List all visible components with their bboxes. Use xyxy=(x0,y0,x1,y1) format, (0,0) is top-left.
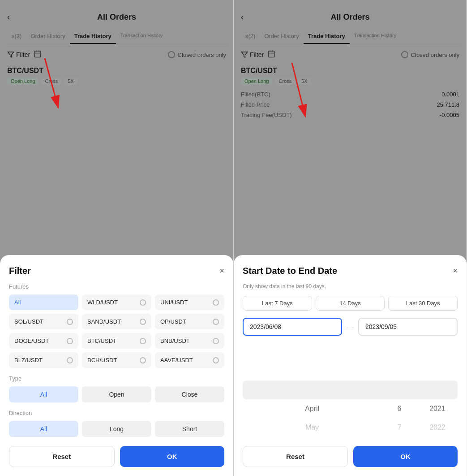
end-date-input[interactable]: 2023/09/05 xyxy=(358,318,458,336)
quick-dates-row: Last 7 Days 14 Days Last 30 Days xyxy=(243,296,458,311)
futures-item-doge[interactable]: DOGE/USDT xyxy=(9,333,78,349)
month-march[interactable]: March xyxy=(243,381,381,399)
aave-radio xyxy=(213,357,219,363)
start-date-input[interactable]: 2023/06/08 xyxy=(243,318,342,336)
futures-item-btc[interactable]: BTC/USDT xyxy=(82,333,151,349)
quick-date-14days[interactable]: 14 Days xyxy=(316,296,385,311)
year-2022[interactable]: 2022 xyxy=(417,418,458,437)
left-panel: ‹ All Orders s(2) Order History Trade Hi… xyxy=(0,0,233,476)
futures-item-bch[interactable]: BCH/USDT xyxy=(82,352,151,368)
blz-radio xyxy=(67,357,73,363)
date-footer: Reset OK xyxy=(243,446,458,467)
quick-date-30days[interactable]: Last 30 Days xyxy=(388,296,458,311)
btc-radio xyxy=(140,338,146,344)
month-may[interactable]: May xyxy=(243,418,381,437)
date-subtitle: Only show data in the last 90 days. xyxy=(243,283,458,290)
date-modal-header: Start Date to End Date × xyxy=(243,266,458,276)
futures-item-sol[interactable]: SOL/USDT xyxy=(9,314,78,329)
type-row: All Open Close xyxy=(9,386,224,402)
sol-radio xyxy=(67,319,73,325)
month-april[interactable]: April xyxy=(243,399,381,418)
scroll-picker[interactable]: March April May June July August Septemb… xyxy=(243,343,458,437)
bnb-radio xyxy=(213,338,219,344)
quick-date-7days[interactable]: Last 7 Days xyxy=(243,296,312,311)
op-radio xyxy=(213,319,219,325)
scroll-picker-container: March April May June July August Septemb… xyxy=(243,343,458,437)
filter-reset-button[interactable]: Reset xyxy=(9,446,115,467)
month-picker-col[interactable]: March April May June July August Septemb… xyxy=(243,343,381,437)
direction-section-label: Direction xyxy=(9,410,224,416)
filter-footer: Reset OK xyxy=(9,446,224,467)
date-range-row: 2023/06/08 — 2023/09/05 xyxy=(243,318,458,336)
date-reset-button[interactable]: Reset xyxy=(243,446,348,467)
day-picker-col[interactable]: 5 6 7 8 9 10 11 xyxy=(381,343,417,437)
futures-item-op[interactable]: OP/USDT xyxy=(155,314,224,329)
day-7[interactable]: 7 xyxy=(381,418,417,437)
uni-radio xyxy=(213,299,219,306)
filter-modal-close-button[interactable]: × xyxy=(219,266,224,276)
wld-radio xyxy=(140,299,146,306)
filter-modal: Filter × Futures All WLD/USDT UNI/USDT S… xyxy=(0,255,233,476)
date-modal-close-button[interactable]: × xyxy=(453,266,458,276)
futures-grid: All WLD/USDT UNI/USDT SOL/USDT SAND/USDT… xyxy=(9,294,224,368)
filter-ok-button[interactable]: OK xyxy=(120,446,225,467)
sand-radio xyxy=(140,319,146,325)
futures-item-all[interactable]: All xyxy=(9,294,78,310)
type-all-button[interactable]: All xyxy=(9,386,78,402)
direction-row: All Long Short xyxy=(9,421,224,437)
year-picker-col[interactable]: 2020 2021 2022 2023 2024 2025 2026 xyxy=(417,343,458,437)
type-section-label: Type xyxy=(9,375,224,382)
futures-item-aave[interactable]: AAVE/USDT xyxy=(155,352,224,368)
futures-item-sand[interactable]: SAND/USDT xyxy=(82,314,151,329)
type-close-button[interactable]: Close xyxy=(155,386,224,402)
direction-short-button[interactable]: Short xyxy=(155,421,224,437)
day-5[interactable]: 5 xyxy=(381,381,417,399)
bch-radio xyxy=(140,357,146,363)
futures-item-wld[interactable]: WLD/USDT xyxy=(82,294,151,310)
direction-long-button[interactable]: Long xyxy=(82,421,151,437)
futures-item-uni[interactable]: UNI/USDT xyxy=(155,294,224,310)
right-panel: ‹ All Orders s(2) Order History Trade Hi… xyxy=(233,0,467,476)
date-ok-button[interactable]: OK xyxy=(353,446,458,467)
futures-item-blz[interactable]: BLZ/USDT xyxy=(9,352,78,368)
type-open-button[interactable]: Open xyxy=(82,386,151,402)
year-2021[interactable]: 2021 xyxy=(417,399,458,418)
date-dash: — xyxy=(347,323,354,331)
day-6[interactable]: 6 xyxy=(381,399,417,418)
futures-section-label: Futures xyxy=(9,283,224,290)
doge-radio xyxy=(67,338,73,344)
filter-modal-header: Filter × xyxy=(9,266,224,276)
filter-modal-title: Filter xyxy=(9,266,31,276)
date-modal: Start Date to End Date × Only show data … xyxy=(234,255,467,476)
direction-all-button[interactable]: All xyxy=(9,421,78,437)
futures-item-bnb[interactable]: BNB/USDT xyxy=(155,333,224,349)
date-modal-title: Start Date to End Date xyxy=(243,266,337,276)
year-2020[interactable]: 2020 xyxy=(417,381,458,399)
